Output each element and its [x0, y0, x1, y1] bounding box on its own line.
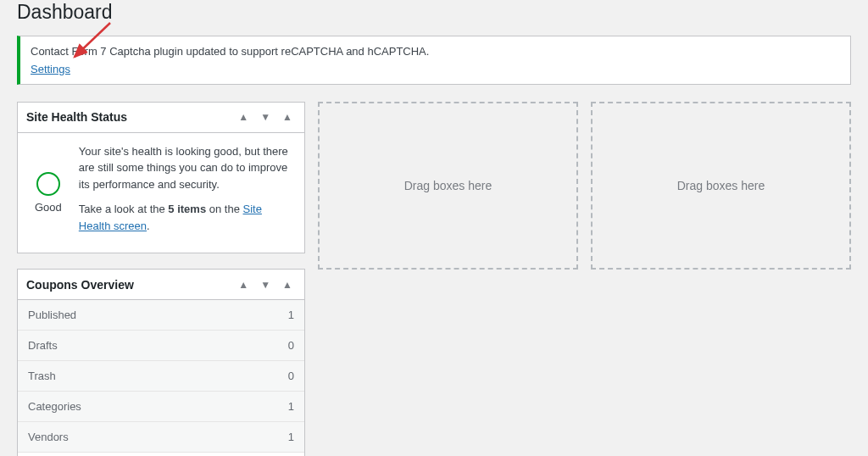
- coupon-row-label: Published: [28, 309, 76, 321]
- notice-text: Contact Form 7 Captcha plugin updated to…: [31, 45, 840, 58]
- move-up-icon[interactable]: ▲: [235, 275, 252, 294]
- health-status-circle-icon: [36, 172, 60, 196]
- coupons-overview-widget: Coupons Overview ▲ ▼ ▲ Published1Drafts0…: [17, 269, 305, 456]
- dropzone-2[interactable]: Drag boxes here: [591, 102, 851, 270]
- coupon-row-label: Vendors: [28, 431, 69, 443]
- notice-settings-link[interactable]: Settings: [31, 63, 70, 75]
- toggle-icon[interactable]: ▲: [279, 108, 296, 126]
- plugin-update-notice: Contact Form 7 Captcha plugin updated to…: [17, 36, 851, 85]
- coupon-row-count: 1: [288, 400, 294, 413]
- toggle-icon[interactable]: ▲: [279, 275, 296, 294]
- coupon-row[interactable]: Vendors1: [18, 422, 304, 453]
- coupon-row-count: 1: [288, 309, 294, 321]
- coupon-row[interactable]: Trash0: [18, 361, 304, 392]
- health-status-label: Good: [35, 201, 62, 214]
- dropzone-1[interactable]: Drag boxes here: [318, 102, 578, 270]
- page-title: Dashboard: [0, 0, 868, 36]
- site-health-widget: Site Health Status ▲ ▼ ▲ Good Your site'…: [17, 102, 305, 254]
- coupon-row-count: 0: [288, 339, 294, 352]
- coupon-row-label: Drafts: [28, 339, 58, 352]
- health-description: Your site's health is looking good, but …: [79, 143, 296, 193]
- coupon-row-label: Trash: [28, 370, 56, 382]
- coupon-row[interactable]: Published1: [18, 300, 304, 331]
- health-items-text: Take a look at the 5 items on the Site H…: [79, 201, 296, 234]
- coupons-version-info: Using WP Coupons and Deals version 3.2.1…: [18, 453, 304, 456]
- coupons-title: Coupons Overview: [26, 278, 134, 292]
- coupon-row-count: 0: [288, 370, 294, 382]
- move-down-icon[interactable]: ▼: [257, 275, 274, 294]
- coupon-row[interactable]: Drafts0: [18, 331, 304, 361]
- coupon-row-count: 1: [288, 431, 294, 443]
- coupon-row-label: Categories: [28, 400, 81, 413]
- move-up-icon[interactable]: ▲: [235, 108, 252, 126]
- move-down-icon[interactable]: ▼: [257, 108, 274, 126]
- site-health-title: Site Health Status: [26, 110, 127, 124]
- coupon-row[interactable]: Categories1: [18, 392, 304, 422]
